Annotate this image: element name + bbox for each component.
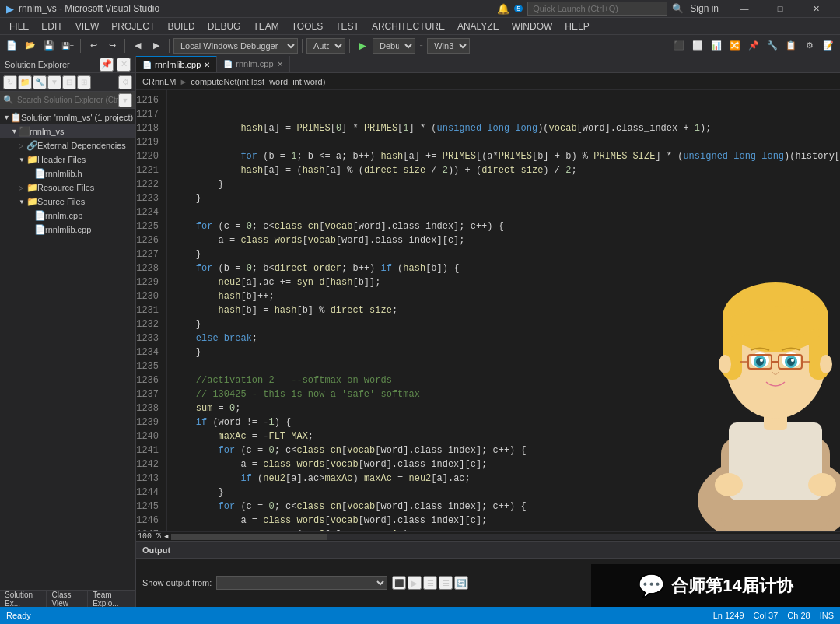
breadcrumb-method[interactable]: computeNet(int last_word, int word) [191,77,325,86]
tree-item-rnnlmlib-h[interactable]: 📄 rnnlmlib.h [0,167,135,181]
bottom-tab-classview[interactable]: Class View [47,591,88,608]
code-line-1233 [173,359,840,373]
line-number-1234: 1234 [136,345,163,359]
tree-item-source-files[interactable]: ▼ 📁 Source Files [0,195,135,209]
menu-team[interactable]: TEAM [247,18,285,35]
code-box: hash[a] = PRIMES[0] * PRIMES[1] * (unsig… [173,121,840,531]
toolbar-icon-3[interactable]: 📊 [708,37,725,54]
menu-tools[interactable]: TOOLS [285,18,329,35]
menu-file[interactable]: FILE [3,18,35,35]
breadcrumb-separator: ► [179,77,187,86]
bottom-tab-teamexplorer[interactable]: Team Explo... [88,591,135,608]
menu-project[interactable]: PROJECT [105,18,161,35]
toolbar-icon-6[interactable]: 🔧 [764,37,781,54]
tree-item-header-files[interactable]: ▼ 📁 Header Files [0,152,135,167]
sidebar-sync-button[interactable]: ↻ [3,75,17,89]
menu-build[interactable]: BUILD [161,18,201,35]
menu-edit[interactable]: EDIT [35,18,68,35]
code-line-1240: a = class_words[vocab[word].class_index]… [173,457,840,472]
output-btn-4[interactable]: ☰ [439,576,453,590]
quick-launch-input[interactable] [527,2,667,16]
sidebar-toolbar: ↻ 📁 🔧 ▼ ⊟ ⊞ ⚙ [0,73,135,92]
menu-analyze[interactable]: ANALYZE [451,18,506,35]
sidebar-collapse-button[interactable]: ⊟ [62,75,76,89]
redo-button[interactable]: ↪ [103,37,121,54]
menu-view[interactable]: VIEW [69,18,106,35]
toolbar-icon-5[interactable]: 📌 [745,37,762,54]
h-scrollbar-thumb[interactable] [171,534,327,540]
save-button[interactable]: 💾 [40,37,58,54]
forward-button[interactable]: ▶ [148,37,165,54]
start-debug-button[interactable]: ▶ [354,37,371,54]
tab-close-rnnlm[interactable]: ✕ [277,60,283,68]
sidebar-filter-button[interactable]: ▼ [47,75,61,89]
tree-arrow-rnnlmlib-h [26,170,34,177]
menubar: FILE EDIT VIEW PROJECT BUILD DEBUG TEAM … [0,17,840,34]
line-number-1231: 1231 [136,303,163,317]
sidebar-properties-button[interactable]: 🔧 [33,75,47,89]
debugger-select[interactable]: Local Windows Debugger [173,38,298,54]
signin-button[interactable]: Sign in [690,3,719,14]
sidebar-close-button[interactable]: ✕ [117,58,131,72]
tree-icon-ext-deps: 🔗 [26,140,37,151]
output-btn-3[interactable]: ☰ [423,576,437,590]
zoom-down-arrow[interactable]: ◀ [164,532,168,541]
editor-area: 📄 rnnlmlib.cpp ✕ 📄 rnnlm.cpp ✕ ▶ CRnnLM … [136,56,840,607]
bottom-tab-solution[interactable]: Solution Ex... [0,591,47,608]
sidebar-new-folder-button[interactable]: 📁 [18,75,32,89]
menu-debug[interactable]: DEBUG [201,18,247,35]
h-scrollbar-track[interactable] [171,534,840,540]
tab-rnnlm-cpp[interactable]: 📄 rnnlm.cpp ✕ [217,56,289,72]
output-source-select[interactable]: Build Debug General [216,576,387,590]
minimize-button[interactable]: — [726,0,762,17]
output-btn-5[interactable]: 🔄 [454,576,468,590]
back-button[interactable]: ◀ [129,37,146,54]
toolbar-icon-9[interactable]: 📝 [820,37,837,54]
sidebar-pin-button[interactable]: 📌 [100,58,114,72]
line-number-1233: 1233 [136,331,163,345]
platform-select[interactable]: Win32 [427,38,470,54]
toolbar-icon-1[interactable]: ⬛ [670,37,688,54]
tree-item-ext-deps[interactable]: ▷ 🔗 External Dependencies [0,138,135,152]
menu-test[interactable]: TEST [329,18,366,35]
code-content[interactable]: hash[a] = PRIMES[0] * PRIMES[1] * (unsig… [167,90,840,531]
menu-architecture[interactable]: ARCHITECTURE [366,18,451,35]
breadcrumb-class[interactable]: CRnnLM [142,77,176,86]
undo-button[interactable]: ↩ [85,37,102,54]
close-button[interactable]: ✕ [798,0,834,17]
tree-item-resource-files[interactable]: ▷ 📁 Resource Files [0,181,135,195]
menu-window[interactable]: WINDOW [506,18,559,35]
code-line-1237: if (word != -1) { [173,415,840,429]
tree-item-solution[interactable]: ▼ 📋 Solution 'rnnlm_vs' (1 project) [0,110,135,124]
line-number-1247: 1247 [136,528,163,531]
layout-select[interactable]: Auto [306,38,345,54]
sidebar-expand-button[interactable]: ⊞ [77,75,91,89]
toolbar-icon-8[interactable]: ⚙ [801,37,818,54]
toolbar-icon-7[interactable]: 📋 [782,37,800,54]
sidebar-search-options[interactable]: ▼ [118,93,132,107]
save-all-button[interactable]: 💾+ [59,37,76,54]
tab-rnnlmlib-cpp[interactable]: 📄 rnnlmlib.cpp ✕ [136,56,217,72]
output-btn-2[interactable]: ▶ [408,576,422,590]
line-number-1237: 1237 [136,387,163,401]
horizontal-scrollbar[interactable]: 100 % ◀ ▶ [136,531,840,541]
open-button[interactable]: 📂 [22,37,39,54]
notifications-icon[interactable]: 🔔 [497,3,509,15]
toolbar-icon-2[interactable]: ⬜ [689,37,706,54]
sidebar-search-input[interactable] [17,96,118,104]
output-btn-1[interactable]: ⬛ [392,576,406,590]
tree-icon-rnnlmlib-cpp: 📄 [34,224,45,235]
tree-item-rnnlm-cpp[interactable]: 📄 rnnlm.cpp [0,209,135,223]
tree-item-project[interactable]: ▼ ⬛ rnnlm_vs [0,124,135,138]
tree-icon-rnnlmlib-h: 📄 [34,168,45,179]
menu-help[interactable]: HELP [558,18,595,35]
maximize-button[interactable]: □ [762,0,798,17]
new-project-button[interactable]: 📄 [3,37,20,54]
config-select[interactable]: Debug [373,38,415,54]
sidebar-settings-button[interactable]: ⚙ [118,75,132,89]
line-number-1219: 1219 [136,135,163,149]
tree-item-rnnlmlib-cpp[interactable]: 📄 rnnlmlib.cpp [0,223,135,237]
search-icon[interactable]: 🔍 [672,3,684,14]
sidebar-header: Solution Explorer 📌 ✕ [0,56,135,73]
toolbar-icon-4[interactable]: 🔀 [726,37,744,54]
